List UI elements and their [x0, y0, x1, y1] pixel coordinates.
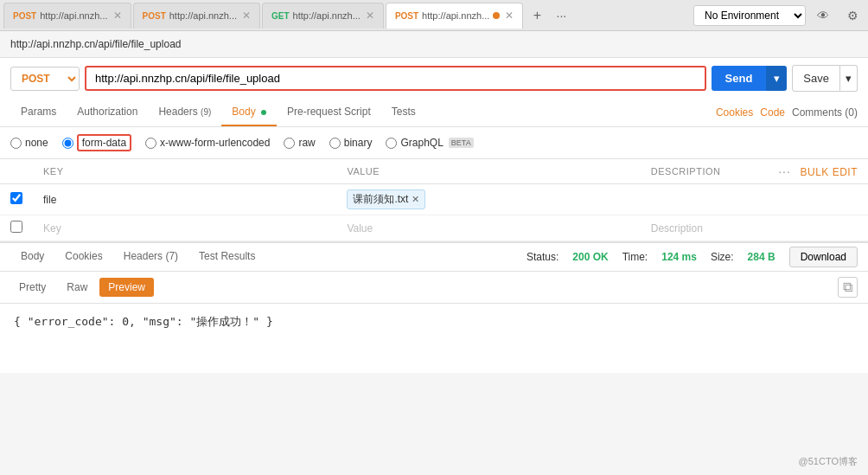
tab-4[interactable]: POST http://api.nnzh... ✕	[386, 3, 524, 29]
option-form-data[interactable]: form-data	[62, 134, 131, 151]
url-breadcrumb: http://api.nnzhp.cn/api/file/file_upload	[0, 31, 868, 58]
resp-tab-cookies[interactable]: Cookies	[54, 243, 112, 271]
resp-tab-headers[interactable]: Headers (7)	[113, 243, 188, 271]
empty-key-cell: Key	[33, 215, 336, 241]
save-btn-group: Save ▾	[792, 65, 858, 92]
empty-value-cell: Value	[336, 215, 640, 241]
code-link[interactable]: Code	[760, 106, 785, 119]
tab-1[interactable]: POST http://api.nnzh... ✕	[3, 3, 131, 29]
send-button[interactable]: Send	[712, 66, 767, 91]
right-links: Cookies Code Comments (0)	[716, 106, 858, 119]
tab-params[interactable]: Params	[10, 99, 67, 126]
empty-value-placeholder: Value	[347, 222, 373, 234]
col-value: VALUE	[336, 159, 640, 184]
request-tabs-row: Params Authorization Headers (9) Body Pr…	[0, 99, 868, 127]
tab-prerequest[interactable]: Pre-request Script	[277, 99, 381, 126]
radio-graphql[interactable]	[386, 138, 397, 149]
url-input[interactable]	[85, 66, 706, 91]
resp-tab-test-results[interactable]: Test Results	[188, 243, 265, 271]
tab-1-close[interactable]: ✕	[113, 10, 122, 22]
empty-key-placeholder: Key	[43, 222, 61, 234]
cookies-link[interactable]: Cookies	[716, 106, 753, 119]
send-btn-group: Send ▾	[712, 66, 788, 91]
method-select[interactable]: POST	[10, 67, 80, 91]
tab-4-close[interactable]: ✕	[505, 10, 514, 22]
request-area: POST Send ▾ Save ▾ Params Authorization …	[0, 58, 868, 242]
tab-4-url: http://api.nnzh...	[422, 10, 489, 21]
send-dropdown-button[interactable]: ▾	[766, 66, 787, 91]
radio-form-data[interactable]	[62, 138, 73, 149]
body-options-row: none form-data x-www-form-urlencoded raw…	[0, 127, 868, 159]
row-actions-cell	[764, 184, 868, 215]
tab-authorization[interactable]: Authorization	[67, 99, 148, 126]
tab-3-method: GET	[271, 11, 290, 21]
body-dot	[261, 110, 266, 115]
resp-tab-body[interactable]: Body	[10, 243, 54, 271]
time-label: Time:	[622, 251, 648, 263]
radio-raw[interactable]	[284, 138, 295, 149]
file-tag-remove[interactable]: ✕	[412, 194, 419, 205]
row-key: file	[43, 194, 56, 206]
option-raw-label: raw	[298, 137, 315, 149]
more-tabs-button[interactable]: ···	[549, 3, 573, 28]
empty-checkbox[interactable]	[10, 221, 22, 233]
tab-2-url: http://api.nnzh...	[169, 10, 237, 21]
form-table: KEY VALUE DESCRIPTION ··· Bulk Edit file	[0, 159, 868, 241]
col-actions: ··· Bulk Edit	[764, 159, 868, 184]
resp-preview-tab[interactable]: Preview	[99, 278, 154, 297]
row-checkbox[interactable]	[10, 192, 22, 204]
row-desc-cell	[641, 184, 764, 215]
dots-icon[interactable]: ···	[778, 164, 791, 178]
download-button[interactable]: Download	[789, 247, 858, 267]
radio-none[interactable]	[10, 138, 22, 149]
tab-body[interactable]: Body	[221, 99, 277, 126]
tab-tests[interactable]: Tests	[381, 99, 426, 126]
environment-select[interactable]: No Environment	[693, 5, 806, 26]
col-description: DESCRIPTION	[641, 159, 764, 184]
size-label: Size:	[711, 251, 734, 263]
col-checkbox	[0, 159, 33, 184]
copy-icon[interactable]: ⧉	[838, 277, 858, 298]
option-form-data-label: form-data	[77, 134, 131, 151]
row-key-cell: file	[33, 184, 336, 215]
tab-headers[interactable]: Headers (9)	[148, 99, 221, 126]
empty-desc-placeholder: Description	[651, 222, 703, 234]
tab-3-url: http://api.nnzh...	[293, 10, 361, 21]
save-dropdown-button[interactable]: ▾	[840, 65, 858, 92]
option-graphql[interactable]: GraphQL BETA	[386, 137, 473, 149]
tab-1-method: POST	[13, 11, 36, 21]
tab-bar-right: No Environment 👁 ⚙	[693, 3, 865, 28]
col-key: KEY	[33, 159, 336, 184]
tab-3[interactable]: GET http://api.nnzh... ✕	[262, 3, 384, 29]
watermark: @51CTO博客	[799, 455, 858, 468]
comments-link[interactable]: Comments (0)	[792, 106, 858, 119]
tab-2[interactable]: POST http://api.nnzh... ✕	[133, 3, 261, 29]
resp-raw-tab[interactable]: Raw	[58, 278, 96, 297]
eye-icon[interactable]: 👁	[811, 3, 835, 28]
radio-binary[interactable]	[329, 138, 341, 149]
option-none[interactable]: none	[10, 137, 48, 149]
time-value: 124 ms	[661, 251, 697, 263]
option-urlencoded[interactable]: x-www-form-urlencoded	[145, 137, 270, 149]
resp-headers-badge: (7)	[165, 250, 178, 262]
tab-3-close[interactable]: ✕	[366, 10, 374, 22]
save-button[interactable]: Save	[792, 65, 840, 92]
bulk-edit-button[interactable]: Bulk Edit	[800, 166, 858, 178]
option-raw[interactable]: raw	[284, 137, 315, 149]
status-value: 200 OK	[572, 251, 608, 263]
response-body-text: { "error_code": 0, "msg": "操作成功！" }	[14, 315, 273, 328]
response-status-row: Status: 200 OK Time: 124 ms Size: 284 B …	[527, 247, 858, 267]
tab-2-close[interactable]: ✕	[242, 10, 251, 22]
empty-actions-cell	[764, 215, 868, 241]
tab-bar: POST http://api.nnzh... ✕ POST http://ap…	[0, 0, 868, 31]
option-binary[interactable]: binary	[329, 137, 373, 149]
gear-icon[interactable]: ⚙	[840, 3, 865, 28]
resp-pretty-tab[interactable]: Pretty	[10, 278, 54, 297]
file-tag: 课前须知.txt ✕	[347, 189, 425, 209]
file-tag-name: 课前须知.txt	[353, 192, 408, 207]
add-tab-button[interactable]: +	[525, 3, 549, 28]
empty-desc-cell: Description	[641, 215, 764, 241]
status-label: Status:	[527, 251, 558, 263]
radio-urlencoded[interactable]	[145, 138, 156, 149]
tab-body-label: Body	[232, 106, 255, 118]
